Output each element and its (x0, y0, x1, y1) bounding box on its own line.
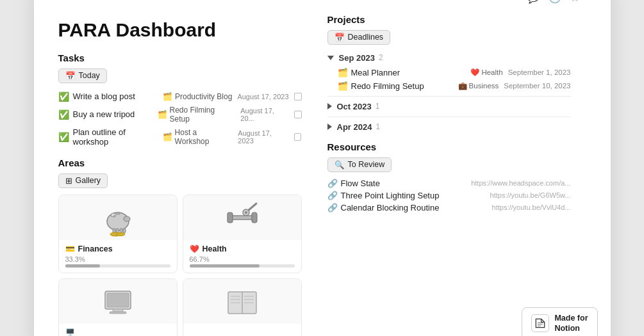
tab-deadlines[interactable]: 📅 Deadlines (327, 30, 391, 45)
computer-icon: 🖥️ (65, 328, 75, 337)
area-card-title-finances: Finances (78, 244, 113, 253)
svg-rect-18 (107, 293, 129, 307)
resource-name-calendar: Calendar Blocking Routine (341, 203, 440, 212)
task-list: ✅ Write a blog post 🗂️ Productivity Blog… (58, 90, 302, 148)
task-check-icon-3: ✅ (58, 132, 69, 142)
area-card-book[interactable] (183, 278, 302, 337)
resource-url-lighting: https://youtu.be/G6W5w... (490, 191, 571, 199)
task-date-1: August 17, 2023 (237, 93, 288, 100)
areas-tab-bar: ⊞ Gallery (58, 173, 302, 188)
resource-url-flow: https://www.headspace.com/a... (471, 179, 570, 187)
area-card-image-book (183, 279, 301, 324)
chevron-right-icon-oct (327, 103, 332, 109)
task-date-3: August 17, 2023 (238, 129, 288, 145)
area-card-title-row-health: ❤️ Health (190, 244, 295, 253)
chevron-right-icon-apr (327, 124, 332, 130)
area-card-image-health (183, 195, 301, 240)
svg-point-2 (111, 213, 116, 217)
notion-logo (531, 314, 549, 332)
calendar-deadlines-icon: 📅 (334, 33, 345, 42)
resource-url-calendar: https://youtu.be/VvlU4d... (492, 204, 571, 211)
project-items-sep: 🗂️ Meal Planner ❤️ Health September 1, 2… (327, 66, 571, 93)
project-item-left-meal: 🗂️ Meal Planner (338, 68, 400, 77)
area-card-title-row-finances: 💳 Finances (65, 244, 170, 253)
list-item: 🗂️ Meal Planner ❤️ Health September 1, 2… (338, 66, 571, 79)
resources-section: Resources 🔍 To Review 🔗 Flow State https… (327, 141, 571, 214)
projects-section-title: Projects (327, 14, 571, 25)
task-checkbox-3[interactable] (294, 133, 302, 141)
svg-rect-20 (110, 312, 126, 314)
task-left-3: ✅ Plan outline of workshop (58, 127, 163, 147)
more-icon[interactable]: ••• (588, 0, 599, 3)
star-icon[interactable]: ☆ (570, 0, 579, 4)
clock-icon[interactable]: 🕐 (549, 0, 561, 4)
area-card-image-computer (59, 279, 177, 324)
table-row: ✅ Plan outline of workshop 🗂️ Host a Wor… (58, 125, 302, 148)
table-row: ✅ Buy a new tripod 🗂️ Redo Filming Setup… (58, 104, 302, 125)
project-group-header-sep2023[interactable]: Sep 2023 2 (327, 51, 571, 65)
resource-left-flow: 🔗 Flow State (327, 179, 380, 188)
project-item-name-meal: Meal Planner (351, 68, 400, 77)
task-name-2: Buy a new tripod (73, 109, 135, 119)
project-group-header-apr2024[interactable]: Apr 2024 1 (327, 120, 571, 134)
area-card-body-computer: 🖥️ (59, 324, 177, 337)
project-item-right-filming: 💼 Business September 10, 2023 (458, 81, 571, 90)
list-item: 🔗 Calendar Blocking Routine https://yout… (327, 202, 571, 214)
area-card-health[interactable]: ❤️ Health 66.7% (183, 195, 302, 273)
comment-icon[interactable]: 💬 (527, 0, 540, 4)
task-check-icon-2: ✅ (58, 109, 69, 120)
content-area: PARA Dashboard Tasks 📅 Today ✅ Write a b… (34, 8, 611, 337)
resource-left-lighting: 🔗 Three Point Lighting Setup (327, 191, 440, 200)
project-item-left-filming: 🗂️ Redo Filming Setup (338, 81, 424, 91)
svg-point-10 (116, 232, 125, 236)
task-project-1: 🗂️ Productivity Blog (163, 92, 232, 101)
list-item: 🔗 Flow State https://www.headspace.com/a… (327, 177, 571, 189)
projects-section: Projects 📅 Deadlines Sep 2023 2 (327, 14, 571, 134)
area-card-image-finances (59, 195, 177, 240)
area-card-computer[interactable]: 🖥️ (58, 278, 178, 337)
link-icon-flow: 🔗 (327, 179, 338, 188)
project-group-header-oct2023[interactable]: Oct 2023 1 (327, 100, 571, 113)
resource-left-calendar: 🔗 Calendar Blocking Routine (327, 203, 440, 212)
task-checkbox-1[interactable] (294, 93, 302, 100)
area-card-title-health: Health (202, 244, 227, 253)
tab-gallery[interactable]: ⊞ Gallery (58, 173, 108, 188)
calendar-icon: 📅 (65, 71, 76, 81)
project-group-label-apr: Apr 2024 (337, 122, 372, 132)
tab-today-label: Today (79, 71, 100, 80)
task-name-1: Write a blog post (73, 92, 135, 101)
task-checkbox-2[interactable] (294, 111, 302, 118)
tasks-section: Tasks 📅 Today ✅ Write a blog post (58, 52, 302, 148)
area-card-finances[interactable]: 💳 Finances 33.3% (58, 195, 178, 273)
task-name-3: Plan outline of workshop (73, 127, 163, 147)
svg-rect-11 (229, 216, 255, 220)
tab-gallery-label: Gallery (76, 176, 101, 185)
svg-rect-19 (113, 309, 123, 312)
svg-rect-12 (227, 212, 233, 223)
area-card-body-book (183, 324, 301, 335)
finances-icon: 💳 (65, 244, 75, 253)
svg-rect-7 (123, 228, 126, 233)
notion-badge: Made for Notion (522, 307, 597, 336)
task-date-2: August 17, 20... (240, 107, 288, 122)
project-icon-3: 🗂️ (163, 132, 172, 141)
project-group-apr2024: Apr 2024 1 (327, 120, 571, 134)
project-group-label-sep: Sep 2023 (339, 53, 375, 63)
svg-point-16 (245, 211, 247, 214)
browser-window: 💬 🕐 ☆ ••• PARA Dashboard Tasks 📅 Today (34, 0, 611, 336)
finances-progress-label: 33.3% (65, 255, 170, 263)
page-title: PARA Dashboard (58, 19, 302, 41)
health-progress-bar-fill (190, 264, 260, 268)
health-progress-bar-bg (190, 264, 295, 268)
areas-section-title: Areas (58, 157, 302, 168)
tab-today[interactable]: 📅 Today (58, 68, 107, 83)
project-group-count-sep: 2 (379, 53, 383, 62)
divider-1 (327, 96, 571, 97)
tasks-tab-bar: 📅 Today (58, 68, 302, 83)
project-icon-1: 🗂️ (163, 92, 172, 101)
project-group-count-oct: 1 (376, 102, 380, 111)
svg-rect-8 (117, 212, 120, 214)
health-progress-label: 66.7% (190, 255, 295, 263)
tab-to-review[interactable]: 🔍 To Review (327, 157, 392, 172)
resource-name-lighting: Three Point Lighting Setup (341, 191, 440, 200)
